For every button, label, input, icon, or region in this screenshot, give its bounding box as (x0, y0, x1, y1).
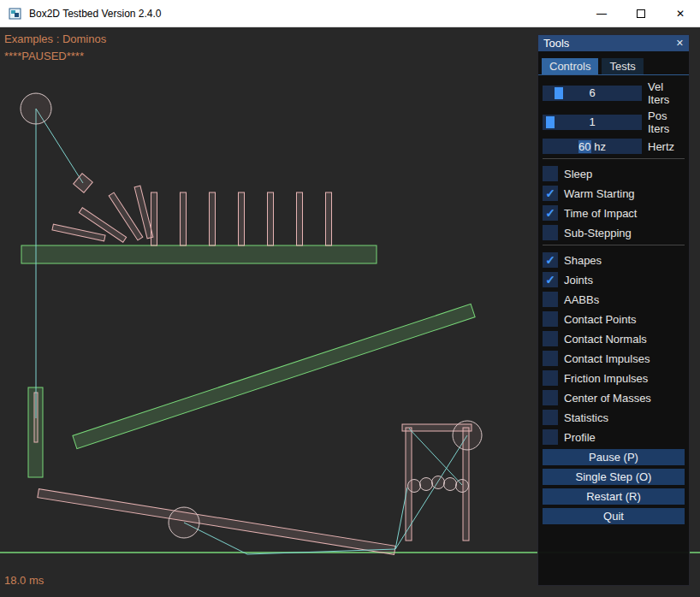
separator (543, 158, 685, 159)
checkbox-box: ✓ (543, 252, 558, 268)
checkbox-friction-impulses[interactable]: ✓ Friction Impulses (543, 370, 685, 386)
checkbox-sub-stepping[interactable]: ✓ Sub-Stepping (543, 225, 685, 240)
restart-button[interactable]: Restart (R) (543, 488, 685, 505)
tab-tests[interactable]: Tests (602, 58, 643, 74)
checkbox-box: ✓ (543, 390, 558, 405)
tools-title: Tools (543, 37, 569, 50)
checkbox-statistics[interactable]: ✓ Statistics (543, 410, 685, 425)
checkbox-warm-starting[interactable]: ✓ Warm Starting (543, 186, 685, 201)
checkbox-time-of-impact[interactable]: ✓ Time of Impact (543, 205, 685, 221)
checkbox-label: Joints (564, 274, 593, 287)
window-controls: — ✕ (582, 0, 700, 27)
fallen-dominos (52, 186, 153, 242)
checkbox-box: ✓ (543, 370, 558, 386)
checkbox-box: ✓ (543, 205, 558, 221)
frame-circle (453, 421, 482, 450)
checkbox-label: Time of Impact (564, 207, 637, 220)
checkmark-icon: ✓ (545, 273, 555, 287)
checkbox-label: AABBs (564, 293, 599, 306)
checkbox-box: ✓ (543, 410, 558, 425)
vel-iters-slider[interactable]: 6 (543, 86, 642, 101)
hertz-input[interactable]: 60 hz (543, 139, 642, 154)
tab-bar: Controls Tests (538, 51, 689, 75)
tools-close-icon[interactable]: ✕ (676, 38, 684, 49)
checkbox-label: Sleep (564, 168, 592, 180)
slider-value: 6 (543, 86, 642, 101)
checkbox-label: Warm Starting (564, 187, 635, 200)
frame-time-label: 18.0 ms (4, 574, 44, 587)
checkbox-label: Contact Points (564, 313, 637, 326)
window-title: Box2D Testbed Version 2.4.0 (29, 8, 162, 20)
checkmark-icon: ✓ (545, 206, 555, 220)
hertz-unit-text: hz (591, 140, 606, 153)
button-label: Restart (R) (586, 490, 641, 503)
maximize-button[interactable] (621, 0, 661, 27)
checkmark-icon: ✓ (545, 253, 555, 267)
close-button[interactable]: ✕ (661, 0, 700, 27)
pos-iters-label: Pos Iters (648, 109, 685, 135)
checkbox-box: ✓ (543, 225, 558, 240)
tools-content: 6 Vel Iters 1 Pos Iters 60 hz Hertz ✓ Sl… (538, 75, 689, 524)
checkbox-contact-points[interactable]: ✓ Contact Points (543, 311, 685, 327)
checkbox-sleep[interactable]: ✓ Sleep (543, 166, 685, 181)
app-icon (9, 7, 22, 21)
checkbox-box: ✓ (543, 351, 558, 366)
checkbox-box: ✓ (543, 272, 558, 287)
checkbox-label: Shapes (564, 254, 602, 267)
tab-label: Tests (609, 60, 635, 73)
checkbox-label: Friction Impulses (564, 372, 648, 385)
checkbox-box: ✓ (543, 292, 558, 307)
pulley-circle (169, 507, 199, 538)
checkbox-box: ✓ (543, 429, 558, 445)
maximize-icon (637, 9, 645, 18)
tab-label: Controls (549, 60, 590, 73)
checkbox-label: Center of Masses (564, 392, 651, 405)
checkbox-label: Contact Impulses (564, 352, 650, 365)
checkbox-shapes[interactable]: ✓ Shapes (543, 252, 685, 268)
tools-panel: Tools ✕ Controls Tests 6 Vel Iters 1 Pos… (537, 34, 690, 586)
hertz-selected-text: 60 (578, 140, 590, 153)
checkbox-box: ✓ (543, 331, 558, 346)
domino-shelf (21, 245, 377, 263)
vel-iters-row: 6 Vel Iters (543, 80, 685, 106)
cradle-balls (408, 476, 469, 493)
checkbox-joints[interactable]: ✓ Joints (543, 272, 685, 287)
checkbox-center-of-masses[interactable]: ✓ Center of Masses (543, 390, 685, 405)
checkbox-box: ✓ (543, 311, 558, 327)
button-label: Single Step (O) (576, 470, 652, 483)
slider-value: 1 (543, 115, 642, 130)
example-label: Examples : Dominos (4, 33, 106, 45)
minimize-icon: — (596, 8, 607, 20)
window-titlebar: Box2D Testbed Version 2.4.0 — ✕ (0, 0, 700, 27)
separator (543, 245, 685, 245)
checkbox-contact-impulses[interactable]: ✓ Contact Impulses (543, 351, 685, 366)
checkbox-label: Profile (564, 431, 596, 444)
button-label: Pause (P) (589, 451, 638, 464)
checkbox-box: ✓ (543, 166, 558, 181)
vel-iters-label: Vel Iters (648, 80, 685, 106)
minimize-button[interactable]: — (582, 0, 621, 27)
checkbox-box: ✓ (543, 186, 558, 201)
tab-controls[interactable]: Controls (542, 58, 598, 74)
joint-line (247, 549, 395, 554)
checkbox-label: Sub-Stepping (564, 227, 632, 239)
single-step-button[interactable]: Single Step (O) (543, 469, 685, 485)
hertz-label: Hertz (648, 140, 674, 153)
standing-dominos (151, 192, 332, 245)
close-icon: ✕ (676, 8, 685, 20)
quit-button[interactable]: Quit (543, 508, 685, 524)
pos-iters-slider[interactable]: 1 (543, 115, 642, 130)
pause-button[interactable]: Pause (P) (543, 449, 685, 465)
checkbox-aabbs[interactable]: ✓ AABBs (543, 292, 685, 307)
button-label: Quit (603, 510, 624, 523)
pos-iters-row: 1 Pos Iters (543, 109, 685, 135)
checkbox-profile[interactable]: ✓ Profile (543, 429, 685, 445)
checkbox-contact-normals[interactable]: ✓ Contact Normals (543, 331, 685, 346)
tools-titlebar[interactable]: Tools ✕ (538, 35, 689, 51)
hertz-row: 60 hz Hertz (543, 139, 685, 154)
paused-label: ****PAUSED**** (4, 50, 84, 62)
checkmark-icon: ✓ (545, 186, 555, 200)
pendulum-anchor-circle (21, 93, 51, 124)
pendulum-bob (74, 174, 93, 193)
checkbox-label: Statistics (564, 411, 608, 424)
